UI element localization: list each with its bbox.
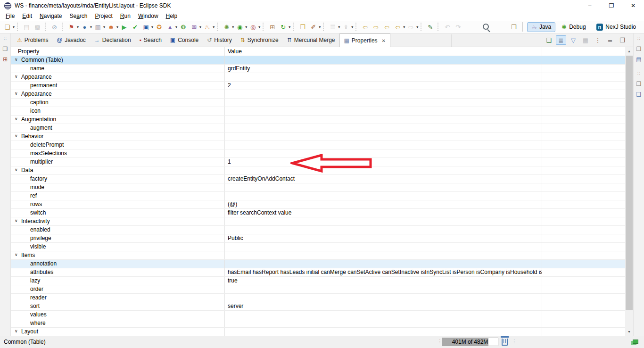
value-cell[interactable] [225, 90, 542, 98]
launch-hierarchy-icon[interactable]: ⚑ [66, 22, 76, 32]
drag-handle-icon[interactable]: ∷ [635, 69, 643, 78]
restore-view-icon[interactable]: ❐ [1, 45, 9, 53]
table-row[interactable]: Appearance [11, 90, 625, 99]
filter-icon[interactable]: ▽ [568, 35, 578, 45]
profile-icon[interactable]: ◎ [248, 22, 258, 32]
value-cell[interactable] [225, 285, 542, 293]
dropdown-arrow-icon[interactable]: ▾ [319, 25, 321, 29]
link-with-editor-icon[interactable]: ✎ [425, 22, 435, 32]
tab-close-icon[interactable]: ✕ [382, 38, 386, 43]
menu-window[interactable]: Window [134, 12, 162, 20]
tab-javadoc[interactable]: @ Javadoc [52, 33, 90, 47]
scrollbar-thumb[interactable] [626, 56, 633, 310]
maximize-view-icon[interactable]: ❐ [617, 35, 627, 45]
value-cell[interactable] [225, 319, 542, 327]
dropdown-arrow-icon[interactable]: ▾ [351, 25, 353, 29]
table-row[interactable]: caption [11, 99, 625, 107]
vertical-scrollbar[interactable]: ▲ ▼ [625, 47, 633, 336]
redo-icon[interactable]: ↷ [453, 22, 463, 32]
dropdown-arrow-icon[interactable]: ▾ [90, 25, 92, 29]
table-row[interactable]: Common (Table) [11, 56, 625, 65]
dropdown-arrow-icon[interactable]: ▾ [258, 25, 260, 29]
table-row[interactable]: Behavior [11, 133, 625, 141]
table-row[interactable]: deletePrompt [11, 141, 625, 149]
dropdown-arrow-icon[interactable]: ▾ [403, 25, 405, 29]
value-cell[interactable] [225, 149, 542, 157]
value-cell[interactable]: hasEmail hasReport hasLeads initial canM… [225, 268, 542, 276]
drag-handle-icon[interactable]: ∷ [1, 34, 9, 43]
value-cell[interactable] [225, 73, 542, 81]
dropdown-arrow-icon[interactable]: ▾ [175, 25, 177, 29]
user-icon[interactable]: ☻ [106, 22, 116, 32]
value-cell[interactable] [225, 56, 542, 64]
menu-search[interactable]: Search [66, 12, 91, 20]
new-java-element-icon[interactable]: ⊞ [267, 22, 277, 32]
menu-project[interactable]: Project [91, 12, 116, 20]
table-row[interactable]: visible [11, 243, 625, 251]
table-row[interactable]: attributes hasEmail hasReport hasLeads i… [11, 268, 625, 277]
value-cell[interactable] [225, 133, 542, 141]
chevron-expanded-icon[interactable] [15, 90, 21, 98]
last-edit-location-icon[interactable]: ⇦ [382, 22, 392, 32]
value-cell[interactable] [225, 226, 542, 234]
previous-annotation-icon[interactable]: ⇦ [360, 22, 370, 32]
table-row[interactable]: ref [11, 192, 625, 200]
value-cell[interactable] [225, 217, 542, 225]
table-row[interactable]: annotation [11, 260, 625, 268]
table-row[interactable]: where [11, 319, 625, 328]
next-annotation-icon[interactable]: ⇨ [371, 22, 381, 32]
view-menu-icon[interactable]: ⋮ [593, 35, 603, 45]
table-row[interactable]: Layout [11, 328, 625, 336]
type-hierarchy-icon[interactable]: ⇪ [341, 22, 351, 32]
tab-mercurial-merge[interactable]: ⇈ Mercurial Merge [283, 33, 339, 47]
perspective-nexj-studio[interactable]: n NexJ Studio [592, 22, 640, 32]
maximize-button[interactable]: ❐ [601, 0, 622, 11]
task-list-icon[interactable]: ☰ [328, 22, 338, 32]
table-row[interactable]: values [11, 311, 625, 319]
table-row[interactable]: Appearance [11, 73, 625, 82]
value-cell[interactable]: createEntityOnAddContact [225, 175, 542, 183]
table-row[interactable]: rows (@) [11, 200, 625, 209]
save-icon[interactable]: ▤ [22, 22, 32, 32]
outline-view-icon[interactable]: ▤ [635, 55, 643, 64]
new-wizard-icon[interactable]: ❏ [2, 22, 12, 32]
menu-run[interactable]: Run [116, 12, 134, 20]
menu-edit[interactable]: Edit [18, 12, 36, 20]
dropdown-arrow-icon[interactable]: ▾ [13, 25, 15, 29]
chevron-expanded-icon[interactable] [15, 251, 21, 259]
table-row[interactable]: Interactivity [11, 217, 625, 226]
pin-slash-icon[interactable]: ⊘ [50, 22, 59, 32]
table-row[interactable]: enabled [11, 226, 625, 234]
menu-help[interactable]: Help [162, 12, 182, 20]
value-cell[interactable]: 1 [225, 158, 542, 166]
table-row[interactable]: reader [11, 294, 625, 302]
search-icon[interactable] [481, 22, 491, 32]
restore-view-icon[interactable]: ❐ [635, 45, 643, 53]
scroll-down-icon[interactable]: ▼ [625, 328, 633, 336]
table-row[interactable]: augment [11, 124, 625, 133]
dropdown-arrow-icon[interactable]: ▾ [232, 25, 234, 29]
table-row[interactable]: lazy true [11, 277, 625, 285]
tab-history[interactable]: ↺ History [203, 33, 236, 47]
close-button[interactable]: ✕ [622, 0, 644, 11]
value-cell[interactable]: Public [225, 234, 542, 242]
chevron-expanded-icon[interactable] [15, 56, 21, 64]
chevron-expanded-icon[interactable] [15, 166, 21, 174]
perspective-java[interactable]: ☕ Java [527, 22, 555, 32]
properties-view-icon[interactable]: ❑ [635, 90, 643, 99]
minimized-layout-view-icon[interactable]: ⊞ [1, 55, 9, 64]
restore-columns-icon[interactable]: ▦ [580, 35, 591, 45]
dropdown-arrow-icon[interactable]: ▾ [116, 25, 118, 29]
chevron-expanded-icon[interactable] [15, 328, 21, 335]
open-element-icon[interactable]: ❐ [297, 22, 307, 32]
menu-navigate[interactable]: Navigate [36, 12, 66, 20]
server-config-icon[interactable]: ▥ [93, 22, 103, 32]
value-cell[interactable] [225, 294, 542, 302]
dropdown-arrow-icon[interactable]: ▾ [416, 25, 418, 29]
bug-icon[interactable]: ❂ [178, 22, 188, 32]
table-row[interactable]: factory createEntityOnAddContact [11, 175, 625, 183]
run-garbage-collector-icon[interactable] [502, 339, 508, 346]
show-heap-status-icon[interactable] [633, 340, 638, 344]
table-row[interactable]: Augmentation [11, 116, 625, 124]
value-cell[interactable] [225, 311, 542, 319]
